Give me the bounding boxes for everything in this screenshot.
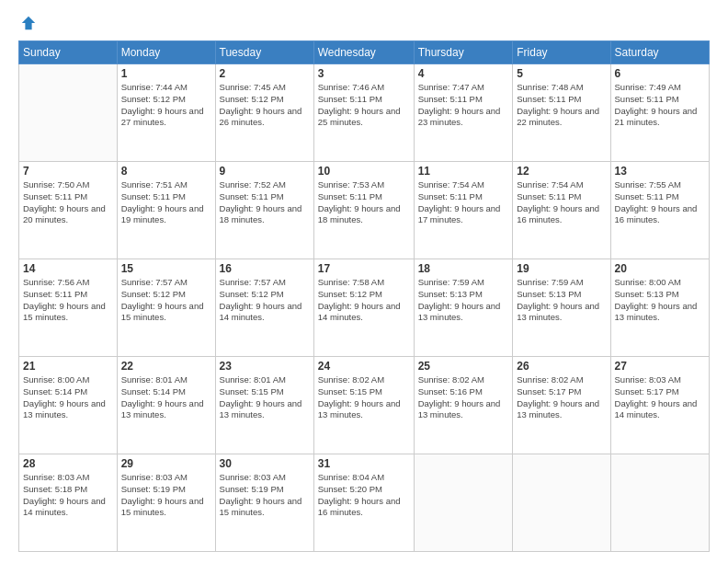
day-number: 18 xyxy=(418,262,509,275)
day-info: Sunrise: 7:55 AMSunset: 5:11 PMDaylight:… xyxy=(615,179,705,226)
day-number: 15 xyxy=(121,262,211,275)
day-cell: 30Sunrise: 8:03 AMSunset: 5:19 PMDayligh… xyxy=(215,454,313,552)
day-cell: 12Sunrise: 7:54 AMSunset: 5:11 PMDayligh… xyxy=(513,162,610,259)
day-number: 13 xyxy=(615,165,705,178)
day-number: 2 xyxy=(220,67,310,80)
day-number: 22 xyxy=(121,360,211,373)
day-number: 10 xyxy=(318,165,410,178)
week-row-3: 14Sunrise: 7:56 AMSunset: 5:11 PMDayligh… xyxy=(19,259,710,357)
day-cell: 22Sunrise: 8:01 AMSunset: 5:14 PMDayligh… xyxy=(117,357,215,454)
week-row-1: 1Sunrise: 7:44 AMSunset: 5:12 PMDaylight… xyxy=(19,64,710,162)
day-cell xyxy=(414,454,513,552)
logo-icon xyxy=(20,15,37,31)
day-number: 26 xyxy=(517,360,606,373)
day-info: Sunrise: 8:01 AMSunset: 5:15 PMDaylight:… xyxy=(220,374,310,421)
weekday-header-saturday: Saturday xyxy=(610,41,709,64)
day-info: Sunrise: 7:44 AMSunset: 5:12 PMDaylight:… xyxy=(121,82,211,129)
day-info: Sunrise: 8:03 AMSunset: 5:18 PMDaylight:… xyxy=(23,472,113,519)
day-cell: 24Sunrise: 8:02 AMSunset: 5:15 PMDayligh… xyxy=(313,357,414,454)
day-info: Sunrise: 7:49 AMSunset: 5:11 PMDaylight:… xyxy=(615,82,705,129)
day-number: 23 xyxy=(220,360,310,373)
day-info: Sunrise: 7:57 AMSunset: 5:12 PMDaylight:… xyxy=(121,277,211,324)
day-info: Sunrise: 8:03 AMSunset: 5:17 PMDaylight:… xyxy=(615,374,705,421)
day-number: 31 xyxy=(318,457,410,470)
day-info: Sunrise: 7:56 AMSunset: 5:11 PMDaylight:… xyxy=(23,277,113,324)
day-cell: 19Sunrise: 7:59 AMSunset: 5:13 PMDayligh… xyxy=(513,259,610,357)
day-cell: 7Sunrise: 7:50 AMSunset: 5:11 PMDaylight… xyxy=(19,162,118,259)
day-cell: 26Sunrise: 8:02 AMSunset: 5:17 PMDayligh… xyxy=(513,357,610,454)
day-number: 4 xyxy=(418,67,509,80)
day-info: Sunrise: 7:47 AMSunset: 5:11 PMDaylight:… xyxy=(418,82,509,129)
day-cell: 6Sunrise: 7:49 AMSunset: 5:11 PMDaylight… xyxy=(610,64,709,162)
day-info: Sunrise: 7:58 AMSunset: 5:12 PMDaylight:… xyxy=(318,277,410,324)
day-info: Sunrise: 8:03 AMSunset: 5:19 PMDaylight:… xyxy=(121,472,211,519)
day-number: 30 xyxy=(220,457,310,470)
weekday-header-wednesday: Wednesday xyxy=(313,41,414,64)
day-cell: 17Sunrise: 7:58 AMSunset: 5:12 PMDayligh… xyxy=(313,259,414,357)
day-number: 29 xyxy=(121,457,211,470)
day-info: Sunrise: 8:02 AMSunset: 5:16 PMDaylight:… xyxy=(418,374,509,421)
weekday-header-row: SundayMondayTuesdayWednesdayThursdayFrid… xyxy=(19,41,710,64)
day-info: Sunrise: 8:02 AMSunset: 5:15 PMDaylight:… xyxy=(318,374,410,421)
day-cell xyxy=(610,454,709,552)
day-cell: 31Sunrise: 8:04 AMSunset: 5:20 PMDayligh… xyxy=(313,454,414,552)
day-cell: 1Sunrise: 7:44 AMSunset: 5:12 PMDaylight… xyxy=(117,64,215,162)
weekday-header-friday: Friday xyxy=(513,41,610,64)
day-cell: 9Sunrise: 7:52 AMSunset: 5:11 PMDaylight… xyxy=(215,162,313,259)
week-row-5: 28Sunrise: 8:03 AMSunset: 5:18 PMDayligh… xyxy=(19,454,710,552)
day-cell: 14Sunrise: 7:56 AMSunset: 5:11 PMDayligh… xyxy=(19,259,118,357)
week-row-2: 7Sunrise: 7:50 AMSunset: 5:11 PMDaylight… xyxy=(19,162,710,259)
day-number: 1 xyxy=(121,67,211,80)
day-info: Sunrise: 7:50 AMSunset: 5:11 PMDaylight:… xyxy=(23,179,113,226)
day-number: 9 xyxy=(220,165,310,178)
day-number: 27 xyxy=(615,360,705,373)
day-cell: 16Sunrise: 7:57 AMSunset: 5:12 PMDayligh… xyxy=(215,259,313,357)
day-info: Sunrise: 7:54 AMSunset: 5:11 PMDaylight:… xyxy=(517,179,606,226)
day-info: Sunrise: 7:59 AMSunset: 5:13 PMDaylight:… xyxy=(418,277,509,324)
day-number: 3 xyxy=(318,67,410,80)
day-cell xyxy=(19,64,118,162)
header xyxy=(18,15,710,31)
day-number: 25 xyxy=(418,360,509,373)
day-cell: 27Sunrise: 8:03 AMSunset: 5:17 PMDayligh… xyxy=(610,357,709,454)
day-number: 21 xyxy=(23,360,113,373)
day-info: Sunrise: 7:54 AMSunset: 5:11 PMDaylight:… xyxy=(418,179,509,226)
day-number: 12 xyxy=(517,165,606,178)
day-cell: 25Sunrise: 8:02 AMSunset: 5:16 PMDayligh… xyxy=(414,357,513,454)
day-info: Sunrise: 8:00 AMSunset: 5:13 PMDaylight:… xyxy=(615,277,705,324)
svg-marker-0 xyxy=(22,17,35,29)
day-number: 20 xyxy=(615,262,705,275)
day-cell: 3Sunrise: 7:46 AMSunset: 5:11 PMDaylight… xyxy=(313,64,414,162)
weekday-header-sunday: Sunday xyxy=(19,41,118,64)
logo xyxy=(18,15,37,31)
day-info: Sunrise: 8:01 AMSunset: 5:14 PMDaylight:… xyxy=(121,374,211,421)
logo-text xyxy=(18,15,37,31)
day-info: Sunrise: 7:48 AMSunset: 5:11 PMDaylight:… xyxy=(517,82,606,129)
weekday-header-thursday: Thursday xyxy=(414,41,513,64)
day-info: Sunrise: 7:45 AMSunset: 5:12 PMDaylight:… xyxy=(220,82,310,129)
day-number: 6 xyxy=(615,67,705,80)
day-cell: 20Sunrise: 8:00 AMSunset: 5:13 PMDayligh… xyxy=(610,259,709,357)
day-info: Sunrise: 8:04 AMSunset: 5:20 PMDaylight:… xyxy=(318,472,410,519)
day-cell: 11Sunrise: 7:54 AMSunset: 5:11 PMDayligh… xyxy=(414,162,513,259)
day-cell: 18Sunrise: 7:59 AMSunset: 5:13 PMDayligh… xyxy=(414,259,513,357)
day-number: 8 xyxy=(121,165,211,178)
day-info: Sunrise: 8:02 AMSunset: 5:17 PMDaylight:… xyxy=(517,374,606,421)
day-number: 24 xyxy=(318,360,410,373)
day-cell: 28Sunrise: 8:03 AMSunset: 5:18 PMDayligh… xyxy=(19,454,118,552)
page: SundayMondayTuesdayWednesdayThursdayFrid… xyxy=(0,0,728,563)
day-info: Sunrise: 7:51 AMSunset: 5:11 PMDaylight:… xyxy=(121,179,211,226)
day-number: 11 xyxy=(418,165,509,178)
day-number: 19 xyxy=(517,262,606,275)
day-info: Sunrise: 7:52 AMSunset: 5:11 PMDaylight:… xyxy=(220,179,310,226)
day-info: Sunrise: 8:00 AMSunset: 5:14 PMDaylight:… xyxy=(23,374,113,421)
day-cell: 10Sunrise: 7:53 AMSunset: 5:11 PMDayligh… xyxy=(313,162,414,259)
weekday-header-tuesday: Tuesday xyxy=(215,41,313,64)
day-info: Sunrise: 7:46 AMSunset: 5:11 PMDaylight:… xyxy=(318,82,410,129)
day-info: Sunrise: 7:53 AMSunset: 5:11 PMDaylight:… xyxy=(318,179,410,226)
weekday-header-monday: Monday xyxy=(117,41,215,64)
day-number: 7 xyxy=(23,165,113,178)
day-cell: 5Sunrise: 7:48 AMSunset: 5:11 PMDaylight… xyxy=(513,64,610,162)
day-cell: 4Sunrise: 7:47 AMSunset: 5:11 PMDaylight… xyxy=(414,64,513,162)
week-row-4: 21Sunrise: 8:00 AMSunset: 5:14 PMDayligh… xyxy=(19,357,710,454)
